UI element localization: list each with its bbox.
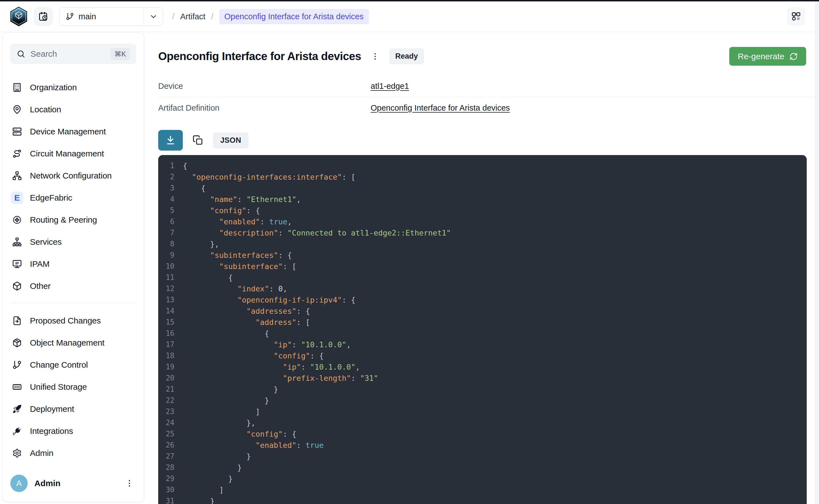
code-line: 30 ] <box>158 484 807 495</box>
code-text: "config": { <box>183 430 296 438</box>
copy-icon <box>193 135 203 146</box>
line-number: 10 <box>158 262 183 270</box>
code-line: 8 }, <box>158 238 807 249</box>
line-number: 21 <box>158 385 183 393</box>
code-text: "ip": "10.1.0.0", <box>183 363 360 371</box>
sidebar-item-admin[interactable]: Admin <box>3 442 144 464</box>
format-badge: JSON <box>213 132 248 148</box>
sidebar-item-services[interactable]: Services <box>3 231 144 253</box>
edgefabric-e-icon: E <box>11 192 23 204</box>
field-label: Artifact Definition <box>158 103 370 113</box>
search-icon <box>16 49 25 58</box>
code-line: 14 "addresses": { <box>158 305 807 317</box>
breadcrumb-item-artifact[interactable]: Artifact <box>180 12 205 21</box>
git-branch-icon <box>66 12 74 21</box>
rocket-icon <box>11 403 23 415</box>
sidebar-item-label: EdgeFabric <box>30 193 72 203</box>
route-icon <box>11 148 23 160</box>
sidebar: ⌘K OrganizationLocationDevice Management… <box>2 32 144 502</box>
sidebar-item-other[interactable]: Other <box>3 275 144 297</box>
sidebar-item-proposed-changes[interactable]: Proposed Changes <box>3 310 144 332</box>
kebab-icon <box>370 52 379 61</box>
sidebar-item-integrations[interactable]: Integrations <box>3 420 144 442</box>
breadcrumb-item-current[interactable]: Openconfig Interface for Arista devices <box>219 9 369 24</box>
definition-list: Device atl1-edge1 Artifact Definition Op… <box>158 75 815 119</box>
field-label: Device <box>158 82 370 91</box>
user-menu-button[interactable] <box>123 477 136 490</box>
code-text: "prefix-length": "31" <box>183 374 378 382</box>
artifact-definition-link[interactable]: Openconfig Interface for Arista devices <box>370 103 510 112</box>
code-text: ] <box>183 407 260 416</box>
line-number: 16 <box>158 329 183 337</box>
line-number: 17 <box>158 340 183 349</box>
code-line: 23 ] <box>158 406 807 417</box>
code-line: 24 }, <box>158 417 807 428</box>
field-row-device: Device atl1-edge1 <box>158 75 815 97</box>
calendar-clock-icon <box>38 11 48 22</box>
sidebar-item-device-management[interactable]: Device Management <box>3 120 144 142</box>
kebab-icon <box>125 479 134 488</box>
code-line: 11 { <box>158 272 807 283</box>
sidebar-item-label: Change Control <box>30 360 88 370</box>
sidebar-item-location[interactable]: Location <box>3 98 144 120</box>
sidebar-item-ipam[interactable]: IPIPAM <box>3 253 144 275</box>
ipam-icon: IP <box>11 258 23 270</box>
search-box[interactable]: ⌘K <box>10 44 136 64</box>
code-line: 16 { <box>158 328 807 339</box>
status-badge: Ready <box>389 48 424 64</box>
code-line: 20 "prefix-length": "31" <box>158 372 807 384</box>
branch-selector[interactable]: main <box>59 7 163 26</box>
app-logo[interactable] <box>10 7 27 26</box>
page-title: Openconfig Interface for Arista devices <box>158 50 361 63</box>
code-text: ] <box>183 486 224 494</box>
code-text: }, <box>183 240 219 248</box>
code-line: 22 } <box>158 395 807 406</box>
code-text: { <box>183 161 187 170</box>
routing-icon <box>11 214 23 226</box>
sidebar-item-routing-peering[interactable]: Routing & Peering <box>3 209 144 231</box>
sidebar-item-circuit-management[interactable]: Circuit Management <box>3 142 144 165</box>
sidebar-item-label: Device Management <box>30 127 106 136</box>
line-number: 26 <box>158 441 183 449</box>
sidebar-item-network-configuration[interactable]: Network Configuration <box>3 165 144 187</box>
code-text: { <box>183 329 269 338</box>
code-text: } <box>183 396 269 405</box>
line-number: 28 <box>158 463 183 472</box>
line-number: 13 <box>158 296 183 304</box>
copy-button[interactable] <box>190 132 206 148</box>
page-head: Openconfig Interface for Arista devices … <box>158 47 815 66</box>
network-icon <box>11 170 23 182</box>
code-line: 21 } <box>158 384 807 395</box>
refresh-icon <box>789 52 798 61</box>
code-block[interactable]: 1{2 "openconfig-interfaces:interface": [… <box>158 155 807 504</box>
topology-button[interactable] <box>787 8 805 25</box>
sidebar-nav: OrganizationLocationDevice ManagementCir… <box>3 76 144 464</box>
download-icon <box>165 135 176 146</box>
download-button[interactable] <box>158 130 183 151</box>
line-number: 19 <box>158 363 183 371</box>
sidebar-item-deployment[interactable]: Deployment <box>3 398 144 420</box>
device-link[interactable]: atl1-edge1 <box>370 82 409 91</box>
calendar-button[interactable] <box>34 7 53 26</box>
search-input[interactable] <box>30 49 105 59</box>
sidebar-item-object-management[interactable]: Object Management <box>3 332 144 354</box>
code-text: { <box>183 184 205 192</box>
line-number: 9 <box>158 251 183 259</box>
building-icon <box>11 81 23 94</box>
sidebar-item-label: Other <box>30 281 51 291</box>
sidebar-item-label: Deployment <box>30 404 74 414</box>
window-scrollbar[interactable] <box>815 1 819 504</box>
plug-icon <box>11 425 23 437</box>
storage-icon <box>11 381 23 393</box>
code-line: 7 "description": "Connected to atl1-edge… <box>158 227 807 238</box>
regenerate-button[interactable]: Re-generate <box>729 47 806 66</box>
code-line: 5 "config": { <box>158 205 807 216</box>
user-row[interactable]: A Admin <box>10 472 136 495</box>
code-line: 17 "ip": "10.1.0.0", <box>158 339 807 350</box>
sidebar-item-label: Object Management <box>30 338 104 348</box>
title-menu-button[interactable] <box>370 52 379 61</box>
sidebar-item-change-control[interactable]: Change Control <box>3 354 144 376</box>
sidebar-item-organization[interactable]: Organization <box>3 76 144 98</box>
sidebar-item-unified-storage[interactable]: Unified Storage <box>3 376 144 398</box>
sidebar-item-edgefabric[interactable]: EEdgeFabric <box>3 187 144 209</box>
